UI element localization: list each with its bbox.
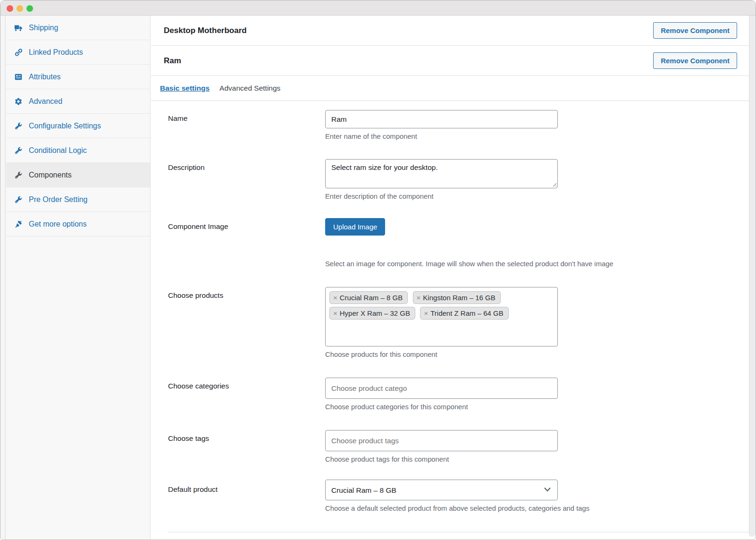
remove-chip-icon[interactable]: × [333,309,337,317]
default-product-help-text: Choose a default selected product from a… [325,505,749,512]
selected-product-chip: ×Hyper X Ram – 32 GB [329,307,415,320]
sidebar-item[interactable]: Get more options [6,212,150,236]
sidebar-item-label: Advanced [29,97,62,106]
selected-product-chip: ×Trident Z Ram – 64 GB [420,307,508,320]
vertical-scrollbar[interactable] [749,16,756,537]
sidebar-item-label: Attributes [29,73,61,81]
sidebar-item[interactable]: Advanced [6,89,150,114]
sidebar-item-label: Pre Order Setting [29,195,88,204]
component-header-row: Desktop Motherboard Remove Component [151,16,749,46]
description-textarea[interactable]: Select ram size for your desktop. [325,159,558,188]
selected-product-chip: ×Kingston Ram – 16 GB [413,291,501,304]
basic-settings-form: Name Enter name of the component Descrip… [151,101,749,532]
choose-tags-help-text: Choose product tags for this component [325,456,558,463]
remove-chip-icon[interactable]: × [417,294,421,302]
sidebar-item[interactable]: Components [6,163,150,187]
tab-basic-settings[interactable]: Basic settings [160,84,210,93]
choose-categories-input[interactable] [325,378,558,399]
sidebar-item-label: Linked Products [29,48,83,57]
name-label: Name [168,110,325,140]
truck-icon [14,24,23,32]
choose-categories-row: Choose categories Choose product categor… [168,378,749,411]
sidebar-item-label: Configurable Settings [29,122,101,130]
choose-categories-help-text: Choose product categories for this compo… [325,403,558,411]
sidebar-item-label: Conditional Logic [29,146,87,155]
selected-product-chip-label: Hyper X Ram – 32 GB [340,309,410,317]
left-gutter [0,16,6,540]
wrench-icon [14,122,23,130]
wrench-icon [14,146,23,155]
name-row: Name Enter name of the component [168,110,749,140]
sidebar-item-label: Get more options [29,220,87,228]
component-title: Desktop Motherboard [164,26,247,35]
settings-tabs: Basic settings Advanced Settings [151,76,749,101]
minimize-window-icon[interactable] [17,5,23,12]
description-row: Description Select ram size for your des… [168,159,749,200]
selected-product-chip: ×Crucial Ram – 8 GB [329,291,408,304]
section-divider [168,532,749,532]
tab-advanced-settings[interactable]: Advanced Settings [219,84,280,93]
choose-categories-label: Choose categories [168,378,325,411]
default-product-select[interactable]: Crucial Ram – 8 GB [325,480,558,500]
plug-icon [14,220,23,228]
description-help-text: Enter description of the component [325,193,558,200]
selected-product-chip-label: Kingston Ram – 16 GB [423,294,495,302]
component-image-row: Component Image Upload Image Select an i… [168,218,749,268]
description-label: Description [168,159,325,200]
selected-product-chip-label: Trident Z Ram – 64 GB [430,309,504,317]
choose-products-multiselect[interactable]: ×Crucial Ram – 8 GB ×Kingston Ram – 16 G… [325,287,558,346]
upload-image-button[interactable]: Upload Image [325,218,385,236]
wrench-icon [14,195,23,204]
selected-product-chip-label: Crucial Ram – 8 GB [340,294,403,302]
component-image-help-text: Select an image for component. Image wil… [325,260,749,268]
remove-chip-icon[interactable]: × [333,294,337,302]
choose-products-row: Choose products ×Crucial Ram – 8 GB ×Kin… [168,287,749,358]
name-input[interactable] [325,110,558,128]
sidebar-item[interactable]: Linked Products [6,40,150,65]
name-help-text: Enter name of the component [325,133,558,140]
default-product-label: Default product [168,480,325,512]
wrench-icon [14,171,23,179]
app-window: Shipping Linked Products Attributes Adva… [0,0,756,540]
remove-component-button[interactable]: Remove Component [653,22,737,39]
product-data-sidebar: Shipping Linked Products Attributes Adva… [6,16,151,540]
choose-tags-input[interactable] [325,430,558,451]
choose-tags-row: Choose tags Choose product tags for this… [168,430,749,463]
sidebar-item[interactable]: Shipping [6,16,150,40]
component-title: Ram [164,56,181,66]
sidebar-item[interactable]: Attributes [6,65,150,89]
attributes-icon [14,73,23,81]
choose-tags-label: Choose tags [168,430,325,463]
sidebar-item[interactable]: Configurable Settings [6,114,150,138]
sidebar-item[interactable]: Conditional Logic [6,138,150,163]
sidebar-item[interactable]: Pre Order Setting [6,187,150,212]
remove-component-button[interactable]: Remove Component [653,52,737,69]
window-titlebar [0,0,756,16]
sidebar-item-label: Components [29,171,72,179]
remove-chip-icon[interactable]: × [424,309,428,317]
component-header-row: Ram Remove Component [151,46,749,76]
choose-products-help-text: Choose products for this component [325,351,558,358]
gear-icon [14,97,23,106]
choose-products-label: Choose products [168,287,325,358]
zoom-window-icon[interactable] [26,5,33,12]
link-icon [14,48,23,57]
component-image-label: Component Image [168,218,325,268]
components-panel: Desktop Motherboard Remove Component Ram… [151,16,749,540]
default-product-row: Default product Crucial Ram – 8 GB Choos… [168,480,749,512]
sidebar-item-label: Shipping [29,24,58,32]
close-window-icon[interactable] [7,5,13,12]
screenshot-root: Shipping Linked Products Attributes Adva… [0,0,756,540]
